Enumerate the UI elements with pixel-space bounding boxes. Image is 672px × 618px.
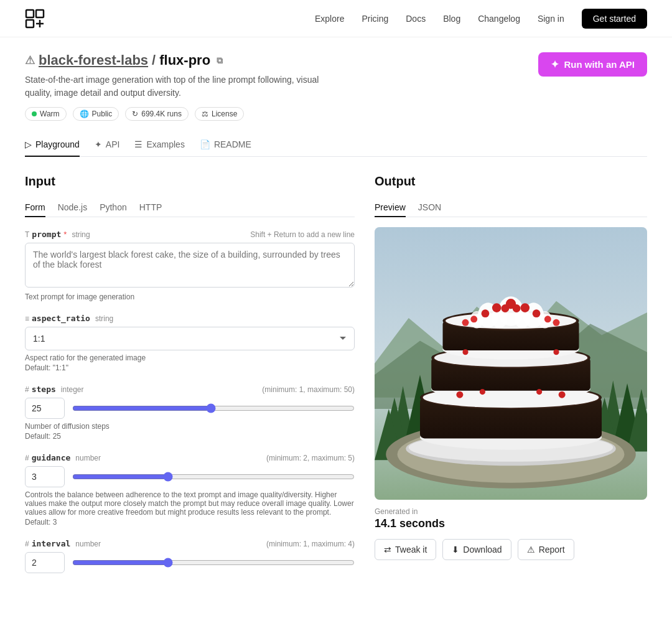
steps-input-row xyxy=(25,398,355,419)
svg-point-47 xyxy=(501,304,509,312)
form-tab-form[interactable]: Form xyxy=(25,199,45,217)
report-button[interactable]: ⚠ Report xyxy=(518,539,574,560)
form-tab-python[interactable]: Python xyxy=(100,199,127,217)
form-tab-http[interactable]: HTTP xyxy=(139,199,162,217)
interval-name: interval xyxy=(32,539,71,548)
form-tabs: Form Node.js Python HTTP xyxy=(25,199,355,217)
tweak-button[interactable]: ⇄ Tweak it xyxy=(375,539,436,560)
guidance-description: Controls the balance between adherence t… xyxy=(25,490,355,517)
nav-blog[interactable]: Blog xyxy=(443,14,460,24)
download-icon: ⬇ xyxy=(452,545,459,555)
steps-label-row: # steps integer (minimum: 1, maximum: 50… xyxy=(25,385,355,394)
prompt-field: T prompt* string Shift + Return to add a… xyxy=(25,230,355,301)
steps-slider[interactable] xyxy=(72,403,355,413)
prompt-label-row: T prompt* string Shift + Return to add a… xyxy=(25,230,355,239)
examples-icon: ☰ xyxy=(134,139,142,149)
output-tab-preview[interactable]: Preview xyxy=(375,199,406,217)
runs-icon: ↻ xyxy=(132,110,138,118)
aspect-ratio-label-row: ≡ aspect_ratio string xyxy=(25,314,355,323)
svg-point-45 xyxy=(482,309,490,317)
nav-signin[interactable]: Sign in xyxy=(538,14,564,24)
svg-point-43 xyxy=(492,303,502,312)
aspect-ratio-select[interactable]: 1:1 16:9 4:3 3:2 9:16 xyxy=(25,327,355,350)
status-badge: Warm xyxy=(25,107,67,121)
globe-icon: 🌐 xyxy=(80,110,89,118)
interval-type: number xyxy=(75,540,101,548)
form-tab-nodejs[interactable]: Node.js xyxy=(58,199,87,217)
guidance-name: guidance xyxy=(32,453,71,462)
steps-default: Default: 25 xyxy=(25,432,355,441)
nav-explore[interactable]: Explore xyxy=(315,14,344,24)
interval-range-hint: (minimum: 1, maximum: 4) xyxy=(266,540,355,548)
output-actions: ⇄ Tweak it ⬇ Download ⚠ Report xyxy=(375,539,647,560)
tab-readme[interactable]: 📄 README xyxy=(200,133,251,157)
guidance-default: Default: 3 xyxy=(25,518,355,527)
license-badge[interactable]: ⚖ License xyxy=(195,107,244,121)
svg-point-52 xyxy=(553,319,560,326)
svg-point-44 xyxy=(521,303,530,312)
svg-point-55 xyxy=(536,389,542,395)
badges: Warm 🌐 Public ↻ 699.4K runs ⚖ License xyxy=(25,107,324,121)
svg-point-48 xyxy=(513,304,521,312)
generated-info: Generated in 14.1 seconds xyxy=(375,507,647,530)
interval-number-input[interactable] xyxy=(25,552,65,573)
guidance-label-row: # guidance number (minimum: 2, maximum: … xyxy=(25,453,355,462)
steps-name: steps xyxy=(32,385,56,394)
prompt-prefix-icon: T xyxy=(25,230,29,239)
guidance-label: # guidance number xyxy=(25,453,101,462)
aspect-ratio-label: ≡ aspect_ratio string xyxy=(25,314,113,323)
steps-label: # steps integer xyxy=(25,385,84,394)
interval-field: # interval number (minimum: 1, maximum: … xyxy=(25,539,355,573)
guidance-number-input[interactable] xyxy=(25,466,65,487)
model-header: ⚠ black-forest-labs / flux-pro ⧉ State-o… xyxy=(25,52,647,121)
prompt-description: Text prompt for image generation xyxy=(25,293,355,301)
tab-playground[interactable]: ▷ Playground xyxy=(25,133,80,157)
tab-examples[interactable]: ☰ Examples xyxy=(134,133,184,157)
svg-point-50 xyxy=(544,316,551,322)
main-content: Input Form Node.js Python HTTP T prompt*… xyxy=(25,174,647,586)
output-title: Output xyxy=(375,174,647,189)
download-button[interactable]: ⬇ Download xyxy=(442,539,511,560)
steps-field: # steps integer (minimum: 1, maximum: 50… xyxy=(25,385,355,441)
interval-label: # interval number xyxy=(25,539,101,548)
guidance-slider[interactable] xyxy=(72,472,355,482)
get-started-button[interactable]: Get started xyxy=(582,9,647,29)
output-tab-json[interactable]: JSON xyxy=(418,199,441,217)
svg-rect-0 xyxy=(26,10,34,17)
model-description: State-of-the-art image generation with t… xyxy=(25,73,324,100)
nav-changelog[interactable]: Changelog xyxy=(478,14,520,24)
logo[interactable] xyxy=(25,9,45,29)
runs-badge: ↻ 699.4K runs xyxy=(125,107,189,121)
org-link[interactable]: black-forest-labs xyxy=(39,52,148,68)
api-icon: ✦ xyxy=(95,139,102,149)
nav-pricing[interactable]: Pricing xyxy=(362,14,388,24)
run-api-icon: ✦ xyxy=(551,59,559,70)
report-icon: ⚠ xyxy=(527,545,535,555)
breadcrumb: ⚠ black-forest-labs / flux-pro ⧉ xyxy=(25,52,324,68)
aspect-ratio-name: aspect_ratio xyxy=(32,314,90,323)
visibility-badge: 🌐 Public xyxy=(73,107,119,121)
prompt-required: * xyxy=(63,230,67,239)
status-dot xyxy=(32,111,37,116)
steps-number-input[interactable] xyxy=(25,398,65,419)
run-api-button[interactable]: ✦ Run with an API xyxy=(538,52,647,77)
aspect-ratio-field: ≡ aspect_ratio string 1:1 16:9 4:3 3:2 9… xyxy=(25,314,355,372)
nav-links: Explore Pricing Docs Blog Changelog Sign… xyxy=(315,9,647,29)
steps-range-hint: (minimum: 1, maximum: 50) xyxy=(262,385,355,394)
aspect-ratio-type: string xyxy=(95,314,113,323)
nav-docs[interactable]: Docs xyxy=(406,14,426,24)
output-panel: Output Preview JSON xyxy=(375,174,647,586)
steps-type: integer xyxy=(61,385,84,394)
model-name: flux-pro xyxy=(159,52,210,68)
readme-icon: 📄 xyxy=(200,139,210,149)
copy-icon[interactable]: ⧉ xyxy=(217,55,223,66)
svg-rect-1 xyxy=(36,10,44,17)
tab-api[interactable]: ✦ API xyxy=(95,133,120,157)
prompt-input[interactable] xyxy=(25,243,355,288)
interval-slider[interactable] xyxy=(72,558,355,568)
output-image-container xyxy=(375,227,647,500)
interval-input-row xyxy=(25,552,355,573)
prompt-hint: Shift + Return to add a new line xyxy=(250,230,355,239)
output-image xyxy=(375,227,647,500)
prompt-type: string xyxy=(72,230,90,239)
